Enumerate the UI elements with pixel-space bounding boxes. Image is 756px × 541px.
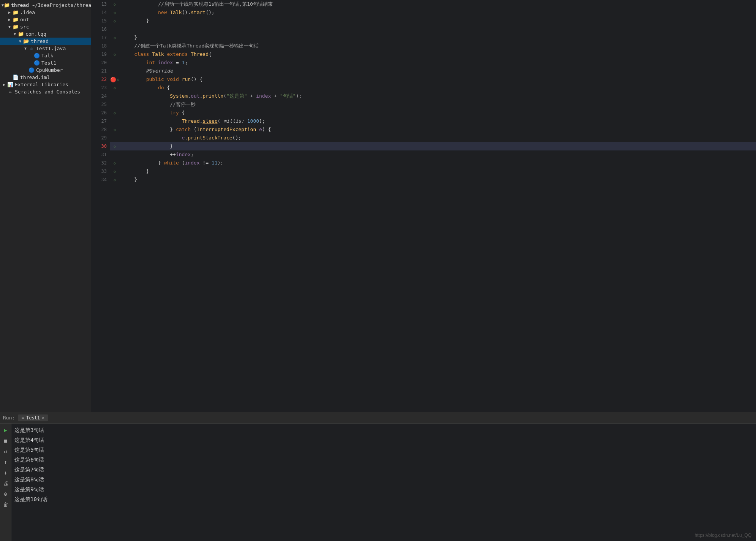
run-settings-button[interactable]: ⚙ [1, 489, 11, 499]
line-num-27: 27 [91, 117, 110, 125]
code-30: } [119, 142, 756, 150]
run-tab-label: Test1 [26, 415, 40, 421]
main-area: ▼ 📁 thread ~/IdeaProjects/thread ▶ 📁 .id… [0, 0, 756, 412]
scratch-icon: ✏️ [7, 89, 14, 95]
run-tab-test1[interactable]: ▬ Test1 × [18, 414, 48, 421]
sidebar-label-out: out [20, 17, 29, 22]
run-header: Run: ▬ Test1 × [0, 412, 756, 424]
code-line-33: 33 ◇ } [91, 167, 756, 176]
run-rerun-button[interactable]: ↺ [1, 446, 11, 456]
sidebar-label-cpunumber: CpuNumber [36, 67, 63, 73]
sidebar-item-scratches[interactable]: ✏️ Scratches and Consoles [0, 88, 91, 95]
output-line-3: 这是第5句话 [14, 445, 753, 455]
output-line-2: 这是第4句话 [14, 435, 753, 445]
gutter-25 [110, 100, 119, 109]
gutter-34: ◇ [110, 176, 119, 184]
code-line-20: 20 int index = 1; [91, 59, 756, 67]
line-num-22: 22 [91, 75, 110, 84]
code-31: ++index; [119, 150, 756, 159]
sidebar-item-cpunumber[interactable]: 🔵 CpuNumber [0, 66, 91, 74]
sidebar-item-out[interactable]: ▶ 📁 out [0, 16, 91, 23]
code-line-18: 18 //创建一个Talk类继承Thread实现每隔一秒输出一句话 [91, 42, 756, 50]
sidebar-item-comlqq[interactable]: ▼ 📁 com.lqq [0, 30, 91, 38]
run-toolbar: ▶ ■ ↺ ↑ ↓ 🖨 ⚙ 🗑 [0, 424, 11, 541]
sidebar-item-external[interactable]: ▶ 📊 External Libraries [0, 81, 91, 88]
sidebar-item-threadiml[interactable]: 📄 thread.iml [0, 74, 91, 81]
iml-icon: 📄 [12, 74, 19, 80]
code-line-21: 21 @Override [91, 67, 756, 75]
code-line-19: 19 ◇ class Talk extends Thread{ [91, 50, 756, 59]
line-num-13: 13 [91, 0, 110, 8]
sidebar-item-root[interactable]: ▼ 📁 thread ~/IdeaProjects/thread [0, 2, 91, 9]
gutter-18 [110, 42, 119, 50]
sidebar-item-test1class[interactable]: 🔵 Test1 [0, 59, 91, 66]
code-line-14: 14 ◇ new Talk().start(); [91, 8, 756, 17]
code-23: do { [119, 84, 756, 92]
sidebar-item-talk[interactable]: 🔵 Talk [0, 52, 91, 59]
gutter-27 [110, 117, 119, 125]
gutter-22: 🔴 ◇ [110, 75, 119, 84]
gutter-28: ◇ [110, 125, 119, 134]
arrow-external: ▶ [2, 82, 7, 87]
run-play-button[interactable]: ▶ [1, 425, 11, 435]
folder-icon-idea: 📁 [12, 9, 19, 15]
editor-area: 13 ◇ //启动一个线程实现每1s输出一句话,第10句话结束 14 ◇ new… [91, 0, 756, 412]
sidebar-item-thread[interactable]: ▼ 📂 thread [0, 38, 91, 45]
code-19: class Talk extends Thread{ [119, 50, 756, 59]
output-line-5: 这是第7句话 [14, 465, 753, 475]
line-num-21: 21 [91, 67, 110, 75]
run-scroll-down-button[interactable]: ↓ [1, 468, 11, 478]
folder-icon-root: 📁 [4, 2, 10, 8]
sidebar-label-scratches: Scratches and Consoles [15, 89, 80, 95]
code-24: System.out.println("这是第" + index + "句话")… [119, 92, 756, 100]
run-tab-close[interactable]: × [42, 415, 44, 420]
line-num-17: 17 [91, 33, 110, 42]
output-line-1: 这是第3句话 [14, 425, 753, 435]
sidebar-item-idea[interactable]: ▶ 📁 .idea [0, 9, 91, 16]
code-14: new Talk().start(); [119, 8, 756, 17]
line-num-20: 20 [91, 59, 110, 67]
gutter-30: ◇ [110, 142, 119, 150]
line-num-28: 28 [91, 125, 110, 134]
folder-icon-src: 📁 [12, 24, 19, 30]
code-line-32: 32 ◇ } while (index != 11); [91, 159, 756, 167]
arrow-thread: ▼ [17, 39, 23, 43]
code-line-24: 24 System.out.println("这是第" + index + "句… [91, 92, 756, 100]
line-num-34: 34 [91, 176, 110, 184]
editor-content[interactable]: 13 ◇ //启动一个线程实现每1s输出一句话,第10句话结束 14 ◇ new… [91, 0, 756, 412]
folder-icon-out: 📁 [12, 17, 19, 22]
sidebar-label-comlqq: com.lqq [25, 31, 46, 37]
external-icon: 📊 [7, 82, 14, 87]
line-num-23: 23 [91, 84, 110, 92]
code-line-30: 30 ◇ } [91, 142, 756, 150]
arrow-comlqq: ▼ [12, 32, 17, 36]
line-num-29: 29 [91, 134, 110, 142]
run-print-button[interactable]: 🖨 [1, 478, 11, 488]
code-32: } while (index != 11); [119, 159, 756, 167]
code-line-13: 13 ◇ //启动一个线程实现每1s输出一句话,第10句话结束 [91, 0, 756, 8]
code-line-28: 28 ◇ } catch (InterruptedException e) { [91, 125, 756, 134]
sidebar-item-src[interactable]: ▼ 📁 src [0, 23, 91, 30]
arrow-src: ▼ [7, 25, 12, 29]
line-num-18: 18 [91, 42, 110, 50]
sidebar-label-talk: Talk [41, 53, 53, 59]
line-num-14: 14 [91, 8, 110, 17]
gutter-14: ◇ [110, 8, 119, 17]
arrow-test1java: ▼ [23, 46, 28, 51]
run-delete-button[interactable]: 🗑 [1, 500, 11, 509]
code-line-26: 26 ◇ try { [91, 109, 756, 117]
run-stop-button[interactable]: ■ [1, 436, 11, 446]
class-icon-test1: 🔵 [33, 60, 40, 66]
code-line-23: 23 ◇ do { [91, 84, 756, 92]
code-line-27: 27 Thread.sleep( millis: 1000); [91, 117, 756, 125]
output-line-8: 这是第10句话 [14, 494, 753, 504]
gutter-33: ◇ [110, 167, 119, 176]
code-line-22: 22 🔴 ◇ public void run() { [91, 75, 756, 84]
code-25: //暂停一秒 [119, 100, 756, 109]
run-scroll-up-button[interactable]: ↑ [1, 457, 11, 467]
sidebar-item-test1java[interactable]: ▼ ☕ Test1.java [0, 45, 91, 52]
run-body: ▶ ■ ↺ ↑ ↓ 🖨 ⚙ 🗑 这是第3句话 这是第4句话 这是第5句话 这是第… [0, 424, 756, 541]
gutter-19: ◇ [110, 50, 119, 59]
watermark: https://blog.csdn.net/Lu_QQ [695, 533, 751, 538]
sidebar-label-thread: thread [31, 38, 49, 44]
